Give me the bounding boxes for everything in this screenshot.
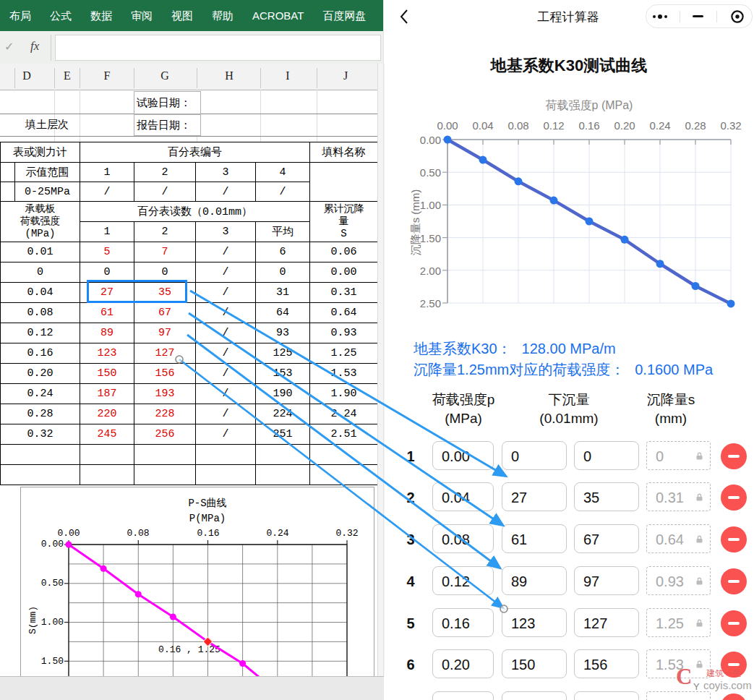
dial2-input[interactable]: 127 [574, 608, 639, 637]
excel-cell[interactable]: 承载板 荷载强度 (MPa) [1, 202, 80, 242]
excel-cell[interactable]: / [80, 182, 134, 202]
excel-cell[interactable]: 示值范围 [15, 163, 80, 182]
excel-cell[interactable]: 153 [256, 364, 310, 384]
excel-cell[interactable]: 0.04 [1, 283, 80, 303]
load-input[interactable]: 0.20 [432, 649, 494, 678]
back-icon[interactable] [399, 9, 409, 25]
excel-cell[interactable]: 0 [1, 262, 80, 283]
excel-cell[interactable]: 2 [134, 163, 196, 182]
excel-cell[interactable]: 累计沉降 量 S [310, 202, 378, 242]
remove-row-button[interactable] [721, 443, 747, 469]
excel-cell[interactable]: 0 [256, 262, 310, 283]
excel-cell[interactable]: / [196, 364, 256, 384]
excel-cell[interactable] [1, 445, 80, 465]
excel-cell[interactable]: 2.24 [310, 404, 378, 424]
formula-input[interactable] [55, 35, 381, 61]
dial1-input[interactable]: 150 [502, 649, 567, 678]
dial2-input[interactable]: 35 [574, 482, 639, 511]
fx-icon[interactable]: fx [30, 39, 39, 54]
excel-cell[interactable] [196, 445, 256, 465]
more-icon[interactable] [653, 14, 667, 19]
test-date-cell[interactable]: 试验日期： [134, 91, 201, 114]
excel-cell[interactable]: / [196, 424, 256, 445]
excel-cell[interactable] [256, 445, 310, 465]
excel-cell[interactable]: 0.16 [1, 343, 80, 364]
excel-cell[interactable]: 0.06 [310, 242, 378, 262]
dial2-input[interactable] [574, 691, 639, 700]
excel-cell[interactable]: 31 [256, 283, 310, 303]
excel-cell[interactable] [80, 445, 134, 465]
excel-cell[interactable]: 224 [256, 404, 310, 424]
excel-cell[interactable]: 1.25 [310, 343, 378, 364]
excel-cell[interactable]: 0.01 [1, 242, 80, 262]
dial1-input[interactable]: 89 [502, 566, 567, 595]
excel-cell[interactable]: 187 [80, 384, 134, 404]
ribbon-tab-netdisk[interactable]: 百度网盘 [313, 0, 375, 31]
remove-row-button[interactable] [721, 526, 747, 552]
remove-row-button[interactable] [721, 568, 747, 594]
excel-cell[interactable]: / [196, 283, 256, 303]
check-icon[interactable]: ✓ [4, 40, 14, 54]
excel-cell[interactable]: 61 [80, 303, 134, 323]
excel-cell[interactable]: 0.24 [1, 384, 80, 404]
dial2-input[interactable]: 97 [574, 566, 639, 595]
excel-cell[interactable]: / [196, 384, 256, 404]
remove-row-button[interactable] [721, 485, 747, 511]
excel-cell[interactable]: 0-25MPa [15, 182, 80, 202]
excel-cell[interactable]: / [196, 323, 256, 343]
excel-cell[interactable]: 0.00 [310, 262, 378, 283]
excel-cell[interactable]: 0.08 [1, 303, 80, 323]
excel-cell[interactable]: / [196, 404, 256, 424]
excel-cell[interactable]: 平均 [256, 222, 310, 242]
dial1-input[interactable]: 123 [502, 608, 567, 637]
excel-cell[interactable] [134, 465, 196, 485]
excel-cell[interactable]: 6 [256, 242, 310, 262]
ribbon-tab-help[interactable]: 帮助 [202, 0, 243, 31]
excel-cell[interactable] [1, 182, 15, 202]
excel-cell[interactable]: 百分表编号 [80, 142, 310, 163]
load-input[interactable]: 0.12 [432, 566, 494, 595]
excel-cell[interactable]: 150 [80, 364, 134, 384]
excel-cell[interactable]: 190 [256, 384, 310, 404]
excel-cell[interactable]: 表或测力计 [1, 142, 80, 163]
excel-cell[interactable]: 0.64 [310, 303, 378, 323]
excel-cell[interactable]: 256 [134, 424, 196, 445]
excel-cell[interactable]: 125 [256, 343, 310, 364]
excel-cell[interactable]: 1 [80, 222, 134, 242]
excel-cell[interactable]: 5 [80, 242, 134, 262]
excel-cell[interactable]: 0.12 [1, 323, 80, 343]
excel-cell[interactable]: 220 [80, 404, 134, 424]
excel-cell[interactable]: 97 [134, 323, 196, 343]
column-header-h[interactable]: H [215, 69, 244, 82]
excel-cell[interactable]: 0.93 [310, 323, 378, 343]
excel-cell[interactable] [310, 465, 378, 485]
excel-cell[interactable]: 1.90 [310, 384, 378, 404]
excel-cell[interactable]: 64 [256, 303, 310, 323]
excel-cell[interactable]: 245 [80, 424, 134, 445]
excel-cell[interactable] [1, 465, 80, 485]
minimize-icon[interactable] [693, 15, 703, 17]
load-input[interactable] [432, 691, 494, 700]
ribbon-tab-review[interactable]: 审阅 [121, 0, 162, 31]
excel-cell[interactable] [80, 465, 134, 485]
excel-cell[interactable]: 1 [80, 163, 134, 182]
excel-cell[interactable]: 228 [134, 404, 196, 424]
excel-cell[interactable] [196, 465, 256, 485]
excel-cell[interactable]: 3 [196, 222, 256, 242]
cell-selection-box[interactable] [87, 280, 187, 303]
excel-cell[interactable]: 251 [256, 424, 310, 445]
excel-cell[interactable]: / [196, 262, 256, 283]
ribbon-tab-formulas[interactable]: 公式 [40, 0, 81, 31]
excel-cell[interactable]: 4 [256, 163, 310, 182]
column-header-e[interactable]: E [53, 69, 82, 82]
excel-cell[interactable]: 93 [256, 323, 310, 343]
excel-cell[interactable]: 7 [134, 242, 196, 262]
column-header-f[interactable]: F [93, 69, 121, 82]
excel-cell[interactable]: 3 [196, 163, 256, 182]
excel-cell[interactable]: / [196, 303, 256, 323]
excel-cell[interactable]: 0.32 [1, 424, 80, 445]
ribbon-tab-data[interactable]: 数据 [81, 0, 121, 31]
excel-cell[interactable]: 89 [80, 323, 134, 343]
load-input[interactable]: 0.04 [432, 482, 494, 511]
report-date-cell[interactable]: 报告日期： [134, 114, 201, 136]
